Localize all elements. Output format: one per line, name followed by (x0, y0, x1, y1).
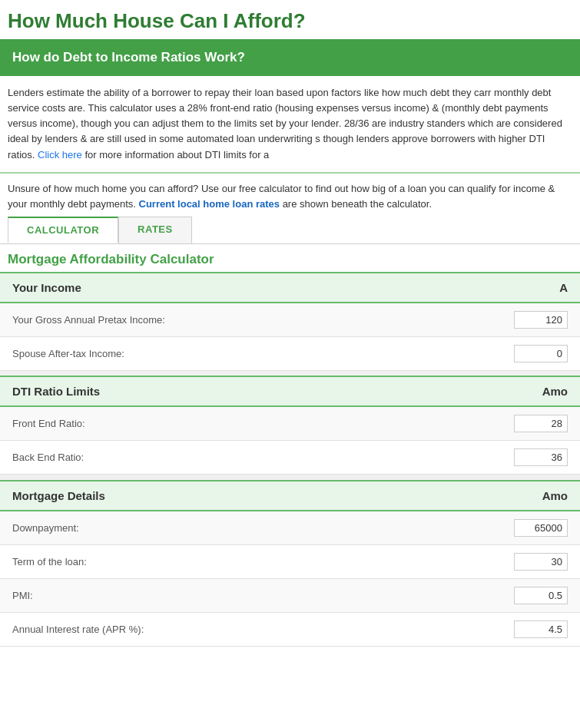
spouse-income-input[interactable] (514, 345, 568, 362)
income-header-right: A (403, 273, 580, 303)
table-row: Downpayment: (0, 511, 580, 545)
pmi-label: PMI: (0, 578, 403, 612)
downpayment-input-cell (403, 511, 580, 545)
accordion-header[interactable]: How do Debt to Income Ratios Work? (0, 39, 580, 76)
click-here-link[interactable]: Click here (38, 149, 82, 160)
income-section-header: Your Income A (0, 273, 580, 303)
downpayment-label: Downpayment: (0, 511, 403, 545)
table-row: Back End Ratio: (0, 441, 580, 475)
apr-label: Annual Interest rate (APR %): (0, 612, 403, 646)
page-title: How Much House Can I Afford? (0, 0, 580, 39)
downpayment-input[interactable] (514, 519, 568, 537)
gross-income-input-cell (403, 303, 580, 337)
tab-rates[interactable]: RATES (118, 217, 192, 243)
gross-annual-income-input[interactable] (514, 311, 568, 329)
description-block: Lenders estimate the ability of a borrow… (0, 76, 580, 174)
apr-input[interactable] (514, 620, 568, 638)
table-row: Spouse After-tax Income: (0, 336, 580, 370)
income-header-left: Your Income (0, 273, 403, 303)
mortgage-header-right: Amo (403, 481, 580, 511)
back-end-ratio-input-cell (403, 441, 580, 475)
loan-term-input-cell (403, 544, 580, 578)
calculator-section-title: Mortgage Affordability Calculator (0, 244, 580, 272)
loan-term-label: Term of the loan: (0, 544, 403, 578)
tabs-container: CALCULATOR RATES (0, 217, 580, 244)
dti-header-left: DTI Ratio Limits (0, 376, 403, 406)
back-end-ratio-input[interactable] (514, 448, 568, 466)
tab-calculator[interactable]: CALCULATOR (8, 217, 118, 243)
separator-row (0, 370, 580, 376)
dti-section-header: DTI Ratio Limits Amo (0, 376, 580, 406)
table-row: Your Gross Annual Pretax Income: (0, 303, 580, 337)
mortgage-header-left: Mortgage Details (0, 481, 403, 511)
mortgage-section-header: Mortgage Details Amo (0, 481, 580, 511)
front-end-ratio-input[interactable] (514, 415, 568, 432)
second-desc-after: are shown beneath the calculator. (280, 198, 432, 210)
separator-row-2 (0, 475, 580, 481)
apr-input-cell (403, 612, 580, 646)
local-rates-link[interactable]: Current local home loan rates (139, 198, 280, 210)
spouse-income-label: Spouse After-tax Income: (0, 336, 403, 370)
table-row: Front End Ratio: (0, 406, 580, 441)
table-row: Term of the loan: (0, 544, 580, 578)
pmi-input[interactable] (514, 587, 568, 604)
gross-income-label: Your Gross Annual Pretax Income: (0, 303, 403, 337)
table-row: PMI: (0, 578, 580, 612)
calculator-table: Your Income A Your Gross Annual Pretax I… (0, 272, 580, 647)
description-text-after: for more information about DTI limits fo… (85, 149, 269, 160)
front-end-ratio-input-cell (403, 406, 580, 441)
dti-header-right: Amo (403, 376, 580, 406)
spouse-income-input-cell (403, 336, 580, 370)
pmi-input-cell (403, 578, 580, 612)
loan-term-input[interactable] (514, 553, 568, 571)
front-end-ratio-label: Front End Ratio: (0, 406, 403, 441)
table-row: Annual Interest rate (APR %): (0, 612, 580, 646)
second-description: Unsure of how much home you can afford? … (0, 174, 580, 217)
back-end-ratio-label: Back End Ratio: (0, 441, 403, 475)
